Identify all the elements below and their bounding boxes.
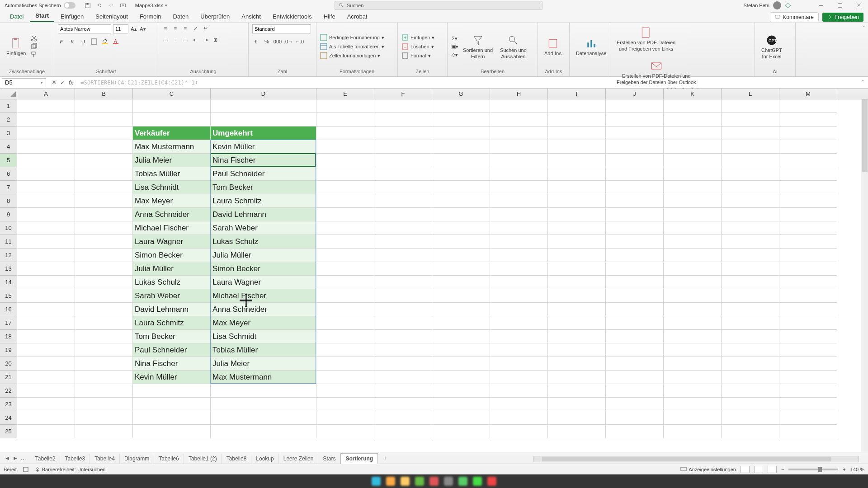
row-header[interactable]: 8 [0, 194, 17, 208]
cell[interactable] [75, 140, 133, 154]
cell[interactable] [75, 289, 133, 303]
cell[interactable] [664, 303, 722, 316]
cell[interactable] [722, 127, 779, 140]
cell[interactable] [606, 303, 664, 316]
cell[interactable]: Laura Schmitz [211, 194, 316, 208]
row-header[interactable]: 15 [0, 289, 17, 303]
cell[interactable] [432, 221, 490, 235]
cell[interactable] [17, 113, 75, 127]
sheet-tab[interactable]: Tabelle3 [60, 454, 90, 464]
cell[interactable] [490, 425, 548, 438]
cell[interactable] [779, 167, 837, 181]
user-avatar[interactable] [773, 1, 781, 9]
sheet-tab[interactable]: Tabelle1 (2) [184, 454, 222, 464]
cell[interactable] [490, 411, 548, 425]
align-mid-icon[interactable]: ≡ [172, 24, 179, 32]
close-button[interactable] [850, 0, 868, 11]
cell[interactable] [779, 316, 837, 330]
cell[interactable] [316, 181, 374, 194]
cell[interactable]: Simon Becker [211, 262, 316, 276]
cell[interactable] [722, 316, 779, 330]
cell[interactable] [779, 262, 837, 276]
sheet-nav-next-icon[interactable]: ► [13, 455, 18, 461]
cell[interactable] [432, 384, 490, 398]
cell[interactable] [722, 154, 779, 167]
cell[interactable] [548, 113, 606, 127]
autosum-icon[interactable]: Σ▾ [451, 35, 458, 42]
cell[interactable]: Max Meyer [133, 194, 211, 208]
cell[interactable] [316, 249, 374, 262]
cell[interactable] [75, 398, 133, 411]
cell[interactable] [548, 167, 606, 181]
cell[interactable]: Tom Becker [211, 181, 316, 194]
cell[interactable] [664, 316, 722, 330]
cell[interactable] [779, 113, 837, 127]
cell[interactable] [606, 371, 664, 384]
cell[interactable] [664, 398, 722, 411]
cell[interactable] [606, 357, 664, 371]
cell[interactable] [374, 425, 432, 438]
cell[interactable]: Julia Meier [133, 154, 211, 167]
cell[interactable] [779, 276, 837, 289]
cell[interactable] [779, 140, 837, 154]
percent-icon[interactable]: % [263, 38, 270, 45]
conditional-formatting-button[interactable]: Bedingte Formatierung ▾ [320, 34, 384, 41]
cell[interactable] [374, 99, 432, 113]
cell[interactable]: Sarah Weber [211, 221, 316, 235]
align-top-icon[interactable]: ≡ [162, 24, 169, 32]
cell[interactable] [374, 357, 432, 371]
cell[interactable] [548, 398, 606, 411]
camera-icon[interactable] [120, 2, 126, 9]
fill-icon[interactable]: ▣▾ [451, 43, 458, 50]
cell[interactable] [75, 276, 133, 289]
cell[interactable] [432, 181, 490, 194]
cell[interactable] [664, 262, 722, 276]
cell[interactable] [722, 99, 779, 113]
align-left-icon[interactable]: ≡ [162, 36, 169, 43]
cell[interactable] [17, 99, 75, 113]
sheet-nav-prev-icon[interactable]: ◄ [5, 455, 10, 461]
col-header-I[interactable]: I [548, 89, 606, 99]
cell[interactable] [374, 154, 432, 167]
cell[interactable] [374, 140, 432, 154]
cell[interactable] [17, 181, 75, 194]
currency-icon[interactable]: € [252, 38, 259, 45]
cell[interactable] [17, 221, 75, 235]
cell[interactable] [75, 262, 133, 276]
cell[interactable] [432, 316, 490, 330]
cell[interactable] [722, 113, 779, 127]
merge-icon[interactable]: ⊞ [212, 36, 219, 43]
cell[interactable] [75, 113, 133, 127]
cell[interactable] [490, 167, 548, 181]
cell[interactable] [316, 384, 374, 398]
cell[interactable] [432, 343, 490, 357]
clear-icon[interactable]: ◇▾ [451, 51, 458, 58]
cell[interactable] [75, 235, 133, 249]
find-select-button[interactable]: Suchen undAuswählen [497, 32, 529, 61]
cell[interactable] [779, 221, 837, 235]
underline-icon[interactable]: U [80, 38, 87, 45]
cell[interactable] [779, 235, 837, 249]
sort-filter-button[interactable]: Sortieren undFiltern [460, 32, 495, 61]
cell[interactable] [490, 316, 548, 330]
cell[interactable] [606, 167, 664, 181]
cell[interactable] [606, 343, 664, 357]
share-button[interactable]: Freigeben [822, 13, 863, 22]
cell[interactable] [606, 398, 664, 411]
row-header[interactable]: 11 [0, 235, 17, 249]
chevron-down-icon[interactable]: ▾ [165, 3, 167, 8]
cell[interactable] [722, 411, 779, 425]
cells-insert-button[interactable]: +Einfügen ▾ [401, 34, 434, 41]
tab-help[interactable]: Hilfe [318, 11, 341, 22]
row-header[interactable]: 18 [0, 330, 17, 343]
cell[interactable] [316, 425, 374, 438]
formula-input[interactable]: =SORTIEREN(C4:C21;ZEILE(C4:C21)*-1) [77, 80, 858, 86]
cell[interactable] [722, 167, 779, 181]
cell[interactable] [606, 181, 664, 194]
row-header[interactable]: 3 [0, 127, 17, 140]
cell[interactable] [316, 276, 374, 289]
cell[interactable] [606, 235, 664, 249]
tab-view[interactable]: Ansicht [236, 11, 266, 22]
cell[interactable] [779, 357, 837, 371]
cell[interactable] [75, 343, 133, 357]
